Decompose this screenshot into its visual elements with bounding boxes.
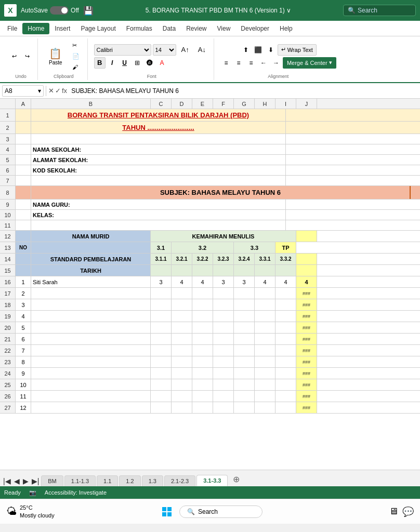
cell-name-24[interactable] <box>31 368 151 379</box>
cell-tp-20[interactable]: ### <box>296 322 317 333</box>
align-right-button[interactable]: ≡ <box>245 57 257 69</box>
cell-a2[interactable] <box>16 122 31 134</box>
align-center-button[interactable]: ≡ <box>233 57 244 69</box>
cell-d25[interactable] <box>172 379 192 390</box>
cell-tarikh[interactable]: TARIKH <box>31 265 151 276</box>
cell-i18[interactable] <box>275 299 296 310</box>
cell-a6[interactable] <box>16 165 31 175</box>
cell-g27[interactable] <box>234 402 255 413</box>
cell-e21[interactable] <box>192 334 213 344</box>
cell-a7[interactable] <box>16 176 31 185</box>
cell-b8[interactable]: SUBJEK: BAHASA MELAYU TAHUN 6 <box>31 186 411 199</box>
menu-home[interactable]: Home <box>22 23 49 34</box>
cell-name-17[interactable] <box>31 288 151 299</box>
cell-d27[interactable] <box>172 402 192 413</box>
indent-decrease-button[interactable]: ← <box>258 57 269 69</box>
increase-font-button[interactable]: A↑ <box>178 44 193 55</box>
cell-d18[interactable] <box>172 299 192 310</box>
sheet-nav-first[interactable]: |◀ <box>2 476 12 486</box>
cell-a9[interactable] <box>16 200 31 209</box>
cell-33-header[interactable]: 3.3 <box>234 242 275 253</box>
cell-g18[interactable] <box>234 299 255 310</box>
cell-e27[interactable] <box>192 402 213 413</box>
cell-tp-21[interactable]: ### <box>296 334 317 344</box>
cell-d21[interactable] <box>172 334 192 344</box>
cell-f22[interactable] <box>213 345 234 356</box>
cell-e26[interactable] <box>192 391 213 402</box>
col-header-c[interactable]: C <box>151 99 172 109</box>
cell-b6[interactable]: KOD SEKOLAH: <box>31 165 286 175</box>
cell-name-21[interactable] <box>31 334 151 344</box>
align-bottom-button[interactable]: ⬇ <box>265 44 277 56</box>
cell-h20[interactable] <box>255 322 275 333</box>
col-header-d[interactable]: D <box>172 99 192 109</box>
col-header-a[interactable]: A <box>16 99 31 109</box>
cell-kemahiran[interactable]: KEMAHIRAN MENULIS <box>151 231 296 242</box>
cell-name-26[interactable] <box>31 391 151 402</box>
tab-11-13[interactable]: 1.1-1.3 <box>64 475 96 486</box>
cell-b10[interactable]: KELAS: <box>31 210 286 220</box>
cell-d20[interactable] <box>172 322 192 333</box>
cell-no-24[interactable]: 9 <box>16 368 31 379</box>
cell-f19[interactable] <box>213 311 234 322</box>
cell-g20[interactable] <box>234 322 255 333</box>
cell-b7[interactable] <box>31 176 286 185</box>
cell-h15[interactable] <box>255 265 275 276</box>
cell-a14[interactable] <box>16 254 31 264</box>
cell-name-22[interactable] <box>31 345 151 356</box>
cell-no-18[interactable]: 3 <box>16 299 31 310</box>
cell-b12[interactable]: NAMA MURID <box>31 231 151 242</box>
cell-e19[interactable] <box>192 311 213 322</box>
cell-d24[interactable] <box>172 368 192 379</box>
cell-name-25[interactable] <box>31 379 151 390</box>
cell-a10[interactable] <box>16 210 31 220</box>
undo-button[interactable]: ↩ <box>8 51 20 61</box>
menu-developer[interactable]: Developer <box>235 23 274 34</box>
cell-name-header[interactable] <box>31 242 151 253</box>
cell-name-18[interactable] <box>31 299 151 310</box>
cell-i17[interactable] <box>275 288 296 299</box>
cell-tp-24[interactable]: ### <box>296 368 317 379</box>
cell-c18[interactable] <box>151 299 172 310</box>
tab-12[interactable]: 1.2 <box>119 475 140 486</box>
cell-d22[interactable] <box>172 345 192 356</box>
cell-i22[interactable] <box>275 345 296 356</box>
underline-button[interactable]: U <box>119 57 130 69</box>
cell-no-25[interactable]: 10 <box>16 379 31 390</box>
cell-f20[interactable] <box>213 322 234 333</box>
cell-tp-25[interactable]: ### <box>296 379 317 390</box>
cell-e25[interactable] <box>192 379 213 390</box>
cell-d15[interactable] <box>172 265 192 276</box>
cell-b3[interactable] <box>31 134 286 144</box>
cell-e23[interactable] <box>192 356 213 367</box>
cell-32-header[interactable]: 3.2 <box>172 242 234 253</box>
cell-e24[interactable] <box>192 368 213 379</box>
accessibility-label[interactable]: Accessibility: Investigate <box>45 489 107 496</box>
cell-c19[interactable] <box>151 311 172 322</box>
formula-input[interactable] <box>69 85 418 97</box>
cancel-formula-icon[interactable]: ✕ <box>48 87 54 95</box>
cell-name-27[interactable] <box>31 402 151 413</box>
cell-g26[interactable] <box>234 391 255 402</box>
cell-a4[interactable] <box>16 144 31 154</box>
cell-tp-17[interactable]: ### <box>296 288 317 299</box>
align-middle-button[interactable]: ⬛ <box>253 44 264 56</box>
format-painter-button[interactable]: 🖌 <box>69 62 83 72</box>
cell-a11[interactable] <box>16 220 31 230</box>
cell-no-26[interactable]: 11 <box>16 391 31 402</box>
border-button[interactable]: ⊞ <box>132 57 143 69</box>
redo-button[interactable]: ↪ <box>21 51 33 61</box>
paste-button[interactable]: 📋 Paste <box>44 45 67 68</box>
cell-i27[interactable] <box>275 402 296 413</box>
cell-h27[interactable] <box>255 402 275 413</box>
italic-button[interactable]: I <box>107 57 118 69</box>
cell-tp-22[interactable]: ### <box>296 345 317 356</box>
cell-c24[interactable] <box>151 368 172 379</box>
cell-a8[interactable] <box>16 186 31 199</box>
sheet-nav-prev[interactable]: ◀ <box>13 476 21 486</box>
col-header-i[interactable]: I <box>275 99 296 109</box>
cell-c15[interactable] <box>151 265 172 276</box>
col-header-f[interactable]: F <box>213 99 234 109</box>
cell-e22[interactable] <box>192 345 213 356</box>
font-family-select[interactable]: Calibri <box>94 44 151 56</box>
